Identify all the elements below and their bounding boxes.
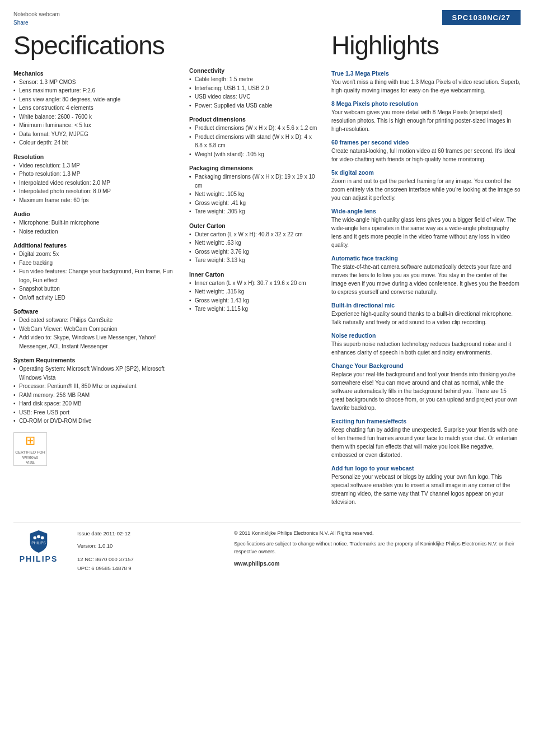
list-item: Colour depth: 24 bit bbox=[13, 138, 176, 147]
highlight-title-6: Built-in directional mic bbox=[331, 302, 521, 309]
list-item: CD-ROM or DVD-ROM Drive bbox=[13, 417, 176, 426]
mechanics-section: Mechanics Sensor: 1.3 MP CMOS Lens maxim… bbox=[13, 70, 176, 147]
audio-title: Audio bbox=[13, 211, 176, 217]
packaging-dimensions-title: Packaging dimensions bbox=[189, 165, 318, 171]
list-item: Inner carton (L x W x H): 30.7 x 19.6 x … bbox=[189, 279, 318, 288]
list-item: Lens view angle: 80 degrees, wide-angle bbox=[13, 95, 176, 104]
highlight-text-10: Personalize your webcast or blogs by add… bbox=[331, 473, 521, 506]
philips-logo: PHILIPS PHILIPS bbox=[20, 529, 58, 563]
share-link[interactable]: Share bbox=[13, 18, 60, 27]
product-dimensions-list: Product dimensions (W x H x D): 4 x 5.6 … bbox=[189, 124, 318, 158]
list-item: Gross weight: 3.76 kg bbox=[189, 248, 318, 256]
highlight-title-8: Change Your Background bbox=[331, 362, 521, 369]
inner-carton-section: Inner Carton Inner carton (L x W x H): 3… bbox=[189, 271, 318, 314]
connectivity-section: Connectivity Cable length: 1.5 metre Int… bbox=[189, 67, 318, 110]
list-item: Outer carton (L x W x H): 40.8 x 32 x 22… bbox=[189, 230, 318, 239]
highlight-title-2: 60 frames per second video bbox=[331, 139, 521, 146]
main-content: Specifications Mechanics Sensor: 1.3 MP … bbox=[0, 27, 534, 512]
highlight-title-4: Wide-angle lens bbox=[331, 208, 521, 214]
header: Notebook webcam Share SPC1030NC/27 bbox=[0, 0, 534, 27]
highlight-1: 8 Mega Pixels photo resolution Your webc… bbox=[331, 100, 521, 133]
highlight-8: Change Your Background Replace your real… bbox=[331, 362, 521, 412]
list-item: • Operating System: Microsoft Windows XP… bbox=[13, 365, 176, 382]
list-item: Tare weight: 1.115 kg bbox=[189, 305, 318, 314]
list-item: Microphone: Built-in microphone bbox=[13, 218, 176, 227]
list-item: Photo resolution: 1.3 MP bbox=[13, 170, 176, 179]
highlight-text-4: The wide-angle high quality glass lens g… bbox=[331, 216, 521, 249]
list-item: WebCam Viewer: WebCam Companion bbox=[13, 325, 176, 334]
list-item: Nett weight: .63 kg bbox=[189, 239, 318, 248]
certified-text-3: Vista bbox=[26, 460, 34, 465]
version: Version: 1.0.10 bbox=[77, 542, 221, 550]
upc-label: UPC: 6 09585 14878 9 bbox=[77, 564, 221, 573]
list-item: Snapshot button bbox=[13, 284, 176, 293]
list-item: Processor: Pentium® III, 850 Mhz or equi… bbox=[13, 382, 176, 391]
certified-logo: ⊞ CERTIFIED FOR Windows Vista bbox=[13, 432, 47, 466]
additional-features-list: Digital zoom: 5x Face tracking Fun video… bbox=[13, 250, 176, 302]
highlight-text-6: Experience high-quality sound thanks to … bbox=[331, 310, 521, 326]
certified-text-1: CERTIFIED FOR bbox=[15, 450, 45, 455]
highlight-0: True 1.3 Mega Pixels You won't miss a th… bbox=[331, 70, 521, 95]
highlight-text-2: Create natural-looking, full motion vide… bbox=[331, 147, 521, 164]
additional-features-section: Additional features Digital zoom: 5x Fac… bbox=[13, 242, 176, 302]
list-item: Maximum frame rate: 60 fps bbox=[13, 196, 176, 205]
list-item: Nett weight: .315 kg bbox=[189, 287, 318, 296]
resolution-list: Video resolution: 1.3 MP Photo resolutio… bbox=[13, 161, 176, 205]
philips-shield-icon: PHILIPS bbox=[29, 529, 49, 553]
specs-title: Specifications bbox=[13, 31, 176, 60]
list-item: On/off activity LED bbox=[13, 293, 176, 302]
highlight-text-0: You won't miss a thing with true 1.3 Meg… bbox=[331, 78, 521, 95]
audio-section: Audio Microphone: Built-in microphone No… bbox=[13, 211, 176, 236]
highlight-title-1: 8 Mega Pixels photo resolution bbox=[331, 100, 521, 107]
list-item: Digital zoom: 5x bbox=[13, 250, 176, 259]
website[interactable]: www.philips.com bbox=[234, 559, 521, 568]
packaging-dimensions-list: • Packaging dimensions (W x H x D): 19 x… bbox=[189, 172, 318, 216]
list-item: Video resolution: 1.3 MP bbox=[13, 161, 176, 170]
highlight-10: Add fun logo to your webcast Personalize… bbox=[331, 465, 521, 506]
highlight-text-9: Keep chatting fun by adding the unexpect… bbox=[331, 426, 521, 459]
page: Notebook webcam Share SPC1030NC/27 Speci… bbox=[0, 0, 534, 756]
connectivity-title: Connectivity bbox=[189, 67, 318, 74]
legal-text: Specifications are subject to change wit… bbox=[234, 540, 521, 556]
highlight-title-7: Noise reduction bbox=[331, 332, 521, 339]
list-item: Cable length: 1.5 metre bbox=[189, 75, 318, 84]
svg-point-3 bbox=[41, 536, 44, 539]
system-requirements-title: System Requirements bbox=[13, 357, 176, 363]
highlight-title-9: Exciting fun frames/effects bbox=[331, 418, 521, 424]
highlight-2: 60 frames per second video Create natura… bbox=[331, 139, 521, 164]
list-item: Sensor: 1.3 MP CMOS bbox=[13, 78, 176, 87]
issue-date: Issue date 2011-02-12 bbox=[77, 529, 221, 538]
software-list: Dedicated software: Philips CamSuite Web… bbox=[13, 316, 176, 351]
footer-legal: © 2011 Koninklijke Philips Electronics N… bbox=[234, 529, 521, 568]
packaging-dimensions-section: Packaging dimensions • Packaging dimensi… bbox=[189, 165, 318, 216]
highlight-text-3: Zoom in and out to get the perfect frami… bbox=[331, 177, 521, 202]
highlight-7: Noise reduction This superb noise reduct… bbox=[331, 332, 521, 357]
nc-label: 12 NC: 8670 000 37157 bbox=[77, 555, 221, 564]
product-type: Notebook webcam bbox=[13, 10, 60, 18]
list-item: • Packaging dimensions (W x H x D): 19 x… bbox=[189, 172, 318, 190]
footer-philips-logo: PHILIPS PHILIPS bbox=[13, 529, 64, 563]
mechanics-list: Sensor: 1.3 MP CMOS Lens maximum apertur… bbox=[13, 78, 176, 147]
highlight-text-7: This superb noise reduction technology r… bbox=[331, 340, 521, 357]
list-item: Gross weight: 1.43 kg bbox=[189, 296, 318, 305]
highlight-3: 5x digital zoom Zoom in and out to get t… bbox=[331, 169, 521, 202]
specs-column: Specifications Mechanics Sensor: 1.3 MP … bbox=[13, 27, 176, 512]
product-dimensions-title: Product dimensions bbox=[189, 116, 318, 123]
list-item: USB video class: UVC bbox=[189, 92, 318, 101]
svg-text:PHILIPS: PHILIPS bbox=[31, 540, 46, 544]
philips-brand-text: PHILIPS bbox=[20, 554, 58, 563]
certified-text-2: Windows bbox=[22, 455, 38, 460]
highlight-9: Exciting fun frames/effects Keep chattin… bbox=[331, 418, 521, 459]
list-item: Minimum illuminance: < 5 lux bbox=[13, 121, 176, 130]
copyright-text: © 2011 Koninklijke Philips Electronics N… bbox=[234, 529, 521, 537]
system-requirements-list: • Operating System: Microsoft Windows XP… bbox=[13, 365, 176, 426]
list-item: USB: Free USB port bbox=[13, 408, 176, 417]
list-item: Lens construction: 4 elements bbox=[13, 104, 176, 113]
header-left: Notebook webcam Share bbox=[13, 10, 60, 27]
model-badge: SPC1030NC/27 bbox=[442, 10, 521, 25]
list-item: Interpolated photo resolution: 8.0 MP bbox=[13, 187, 176, 196]
highlight-title-0: True 1.3 Mega Pixels bbox=[331, 70, 521, 77]
list-item: RAM memory: 256 MB RAM bbox=[13, 391, 176, 400]
list-item: Face tracking bbox=[13, 259, 176, 268]
system-requirements-section: System Requirements • Operating System: … bbox=[13, 357, 176, 426]
